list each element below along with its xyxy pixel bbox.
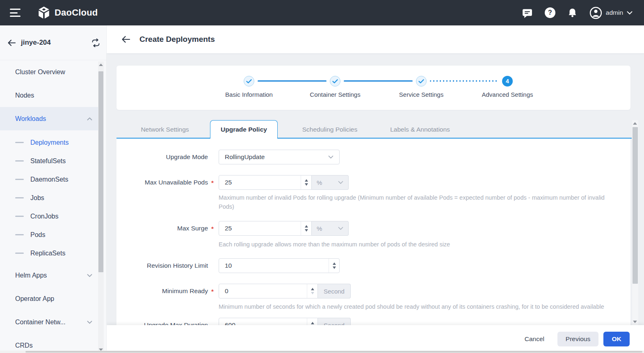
max-surge-input-wrap (219, 221, 312, 236)
revision-history-input[interactable] (219, 259, 339, 273)
max-unavailable-unit-select[interactable]: % (312, 175, 349, 190)
cluster-back-icon[interactable] (7, 39, 16, 46)
stepper-up-icon[interactable] (333, 262, 336, 265)
sidebar-item-statefulsets[interactable]: StatefulSets (0, 152, 98, 170)
sidebar-item-operator-app[interactable]: Operator App (0, 287, 98, 310)
scroll-up-icon[interactable] (632, 120, 638, 127)
revision-history-input-wrap (219, 258, 340, 273)
brand: DaoCloud (37, 6, 98, 20)
sidebar-item-helm-apps[interactable]: Helm Apps (0, 264, 98, 287)
stepper-down-icon[interactable] (311, 292, 314, 294)
dash-icon (15, 197, 24, 198)
content-scrollbar[interactable] (632, 120, 638, 325)
sidebar-item-cluster-overview[interactable]: Cluster Overview (0, 60, 98, 84)
minimum-ready-unit: Second (318, 284, 351, 298)
help-glyph: ? (548, 9, 552, 16)
stepper-down-icon[interactable] (333, 266, 336, 269)
max-surge-unit-select[interactable]: % (312, 221, 349, 236)
previous-button[interactable]: Previous (557, 332, 598, 346)
switch-cluster-icon[interactable] (91, 39, 100, 47)
chevron-down-icon (328, 155, 333, 159)
tab-labels-annotations[interactable]: Labels & Annotations (379, 120, 461, 139)
horizontal-scrollbar[interactable] (0, 351, 644, 353)
scroll-down-icon[interactable] (632, 319, 638, 325)
unit-value: % (317, 179, 322, 186)
workloads-submenu: Deployments StatefulSets DaemonSets Jobs… (0, 133, 98, 262)
dash-icon (15, 234, 24, 235)
sidebar-item-crds[interactable]: CRDs (0, 334, 98, 353)
sidebar-scrollbar[interactable] (98, 61, 104, 353)
cancel-button[interactable]: Cancel (525, 335, 544, 343)
step-connector (258, 80, 327, 82)
sidebar-item-pods[interactable]: Pods (0, 225, 98, 244)
unit-value: % (317, 225, 322, 232)
stepper-down-icon[interactable] (305, 183, 308, 186)
sidebar-item-nodes[interactable]: Nodes (0, 84, 98, 107)
stepper-down-icon[interactable] (305, 229, 308, 232)
stepper-up-icon[interactable] (311, 322, 314, 324)
max-unavailable-input[interactable] (219, 175, 311, 189)
max-surge-label: Max Surge (116, 221, 208, 236)
page-title: Create Deployments (139, 35, 215, 44)
step-1-label: Basic Information (208, 91, 290, 98)
sidebar-item-workloads[interactable]: Workloads (0, 107, 98, 130)
user-menu[interactable]: admin (589, 7, 633, 19)
dash-icon (15, 142, 24, 143)
page-title-bar: Create Deployments (107, 25, 644, 53)
sidebar-item-replicasets[interactable]: ReplicaSets (0, 244, 98, 262)
step-3-check-icon (416, 76, 427, 87)
scroll-up-icon[interactable] (98, 61, 104, 68)
daocloud-logo-icon (37, 6, 51, 20)
help-icon[interactable]: ? (544, 7, 556, 18)
number-stepper[interactable] (307, 284, 317, 298)
step-1-check-icon (244, 76, 254, 87)
step-4-badge: 4 (502, 76, 513, 87)
messages-icon[interactable] (522, 7, 533, 18)
page-back-icon[interactable] (121, 36, 130, 43)
upgrade-policy-form: Upgrade Mode RollingUpdate Max Unavailab… (116, 139, 630, 353)
step-4-label: Advanced Settings (466, 91, 548, 98)
sidebar-item-daemonsets[interactable]: DaemonSets (0, 170, 98, 189)
sidebar-item-cronjobs[interactable]: CronJobs (0, 207, 98, 225)
chevron-down-icon (87, 321, 92, 324)
number-stepper[interactable] (301, 175, 311, 189)
sidebar-item-container-network[interactable]: Container Netw... (0, 310, 98, 334)
settings-tabs: Network Settings Upgrade Policy Scheduli… (116, 120, 632, 139)
unit-value: Second (324, 288, 345, 295)
hamburger-menu-icon[interactable] (10, 9, 21, 17)
user-name: admin (606, 9, 623, 16)
number-stepper[interactable] (301, 221, 311, 235)
tab-upgrade-policy[interactable]: Upgrade Policy (210, 120, 278, 139)
upgrade-mode-select[interactable]: RollingUpdate (219, 150, 340, 164)
upgrade-mode-value: RollingUpdate (225, 153, 265, 161)
number-stepper[interactable] (329, 259, 339, 273)
minimum-ready-help: Minimum number of seconds for which a ne… (219, 302, 621, 311)
wizard-stepper: 4 Basic Information Container Settings S… (116, 66, 630, 110)
scrollbar-thumb[interactable] (25, 351, 642, 353)
step-2-label: Container Settings (294, 91, 376, 98)
minimum-ready-input[interactable] (219, 284, 317, 298)
sidebar-item-deployments[interactable]: Deployments (0, 133, 98, 152)
cluster-name: jinye-204 (21, 39, 51, 47)
stepper-up-icon[interactable] (311, 288, 314, 290)
ok-button[interactable]: OK (603, 332, 630, 346)
app-header: DaoCloud ? (0, 0, 644, 25)
max-surge-input[interactable] (219, 221, 311, 235)
max-unavailable-label: Max Unavailable Pods (116, 175, 208, 190)
dash-icon (15, 160, 24, 162)
dash-icon (15, 179, 24, 180)
tab-network-settings[interactable]: Network Settings (128, 120, 202, 139)
sidebar-header: jinye-204 (0, 25, 106, 60)
notifications-bell-icon[interactable] (567, 7, 578, 18)
required-asterisk: * (211, 221, 214, 237)
stepper-up-icon[interactable] (305, 179, 308, 182)
dash-icon (15, 253, 24, 254)
chevron-down-icon (338, 227, 343, 230)
scrollbar-thumb[interactable] (633, 127, 638, 284)
stepper-up-icon[interactable] (305, 225, 308, 228)
scrollbar-thumb[interactable] (98, 71, 103, 272)
sidebar-item-jobs[interactable]: Jobs (0, 189, 98, 207)
tab-scheduling-policies[interactable]: Scheduling Policies (289, 120, 371, 139)
chevron-down-icon (338, 181, 343, 184)
step-2-check-icon (330, 76, 340, 87)
